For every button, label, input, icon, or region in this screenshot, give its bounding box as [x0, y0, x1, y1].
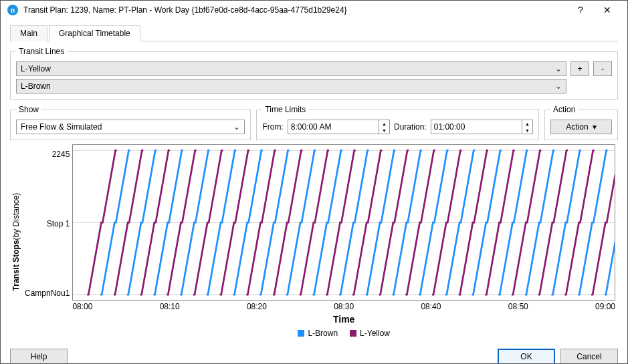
x-tick: 09:00: [595, 302, 615, 311]
plot-area: [72, 144, 615, 301]
y-axis-label-main: Transit Stops: [11, 240, 21, 291]
transit-line-value-1: L-Brown: [21, 81, 51, 91]
tab-main[interactable]: Main: [10, 25, 47, 41]
chevron-down-icon: ▾: [593, 122, 597, 132]
duration-label: Duration:: [394, 122, 427, 132]
dialog-footer: Help OK Cancel: [1, 342, 627, 364]
show-select[interactable]: Free Flow & Simulated: [16, 120, 245, 134]
y-axis-label: Transit Stops (by Distance): [10, 144, 22, 339]
x-axis-label: Time: [72, 313, 615, 326]
show-legend: Show: [16, 105, 41, 114]
x-tick: 08:20: [247, 302, 267, 311]
transit-lines-legend: Transit Lines: [16, 47, 67, 56]
tab-graphical-timetable[interactable]: Graphical Timetable: [49, 25, 140, 41]
y-axis-label-sub: (by Distance): [11, 193, 21, 240]
spin-down-icon[interactable]: ▼: [522, 127, 532, 134]
spin-up-icon[interactable]: ▲: [522, 120, 532, 127]
action-group: Action Action ▾: [544, 105, 618, 140]
transit-line-select-1[interactable]: L-Brown: [16, 79, 566, 94]
y-axis-ticks: 2245 Stop 1 CampnNou1: [22, 144, 72, 339]
y-tick: 2245: [52, 150, 70, 159]
y-tick: CampnNou1: [25, 289, 70, 298]
help-button[interactable]: Help: [10, 349, 68, 364]
from-label: From:: [262, 122, 283, 132]
time-limits-group: Time Limits From: 8:00:00 AM ▲▼ Duration…: [256, 105, 539, 140]
window-title: Transit Plan: 1239, Name: PT-Plan - Work…: [23, 5, 567, 15]
transit-line-select-0[interactable]: L-Yellow: [16, 61, 566, 76]
x-axis-ticks: 08:00 08:10 08:20 08:30 08:40 08:50 09:0…: [72, 301, 615, 313]
x-tick: 08:40: [421, 302, 441, 311]
action-button[interactable]: Action ▾: [550, 120, 612, 134]
spin-down-icon[interactable]: ▼: [379, 127, 389, 134]
chart-legend: L-Brown L-Yellow: [72, 326, 615, 339]
ok-button[interactable]: OK: [498, 349, 555, 364]
time-limits-legend: Time Limits: [262, 105, 308, 114]
remove-line-button[interactable]: -: [593, 61, 612, 76]
duration-value: 01:00:00: [431, 120, 522, 134]
from-time-input[interactable]: 8:00:00 AM ▲▼: [288, 120, 390, 134]
x-tick: 08:50: [508, 302, 528, 311]
show-value: Free Flow & Simulated: [21, 122, 102, 132]
app-icon: n: [7, 5, 18, 15]
add-line-button[interactable]: +: [570, 61, 589, 76]
chart-container: Transit Stops (by Distance) 2245 Stop 1 …: [10, 140, 618, 342]
legend-label: L-Yellow: [360, 329, 390, 338]
tab-strip: Main Graphical Timetable: [10, 25, 618, 41]
spin-up-icon[interactable]: ▲: [379, 120, 389, 127]
action-legend: Action: [550, 105, 578, 114]
legend-label: L-Brown: [308, 329, 338, 338]
legend-item: L-Brown: [298, 329, 338, 338]
legend-item: L-Yellow: [350, 329, 390, 338]
window-titlebar: n Transit Plan: 1239, Name: PT-Plan - Wo…: [1, 1, 627, 19]
cancel-button[interactable]: Cancel: [560, 349, 618, 364]
transit-line-value-0: L-Yellow: [21, 64, 51, 73]
y-tick: Stop 1: [47, 219, 70, 228]
timetable-plot: [73, 145, 615, 300]
x-tick: 08:00: [72, 302, 92, 311]
transit-lines-group: Transit Lines L-Yellow + - L-Brown: [10, 47, 618, 100]
x-tick: 08:30: [334, 302, 354, 311]
duration-input[interactable]: 01:00:00 ▲▼: [431, 120, 533, 134]
x-tick: 08:10: [160, 302, 180, 311]
action-label: Action: [566, 122, 588, 132]
from-time-value: 8:00:00 AM: [288, 120, 379, 134]
close-icon[interactable]: ✕: [594, 5, 621, 15]
show-group: Show Free Flow & Simulated: [10, 105, 251, 140]
help-icon[interactable]: ?: [567, 5, 594, 15]
